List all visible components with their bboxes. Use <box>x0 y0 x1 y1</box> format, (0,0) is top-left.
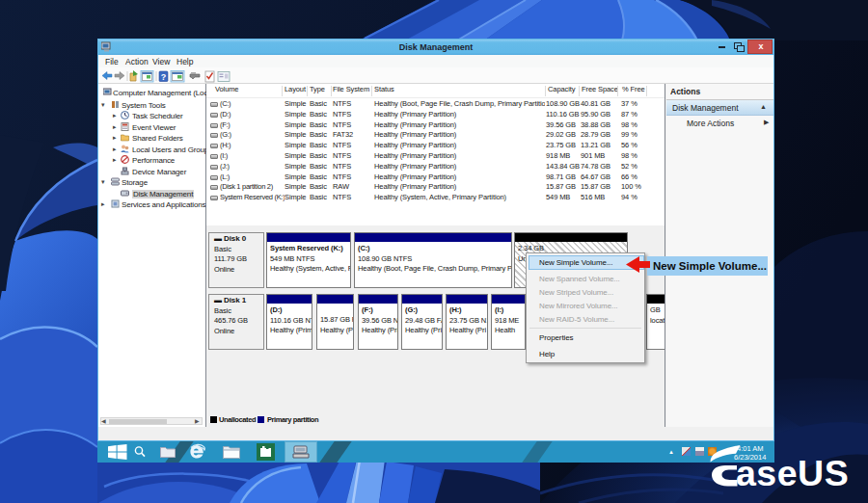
svg-text:aseUS: aseUS <box>736 453 849 493</box>
svg-text:?: ? <box>161 72 167 82</box>
